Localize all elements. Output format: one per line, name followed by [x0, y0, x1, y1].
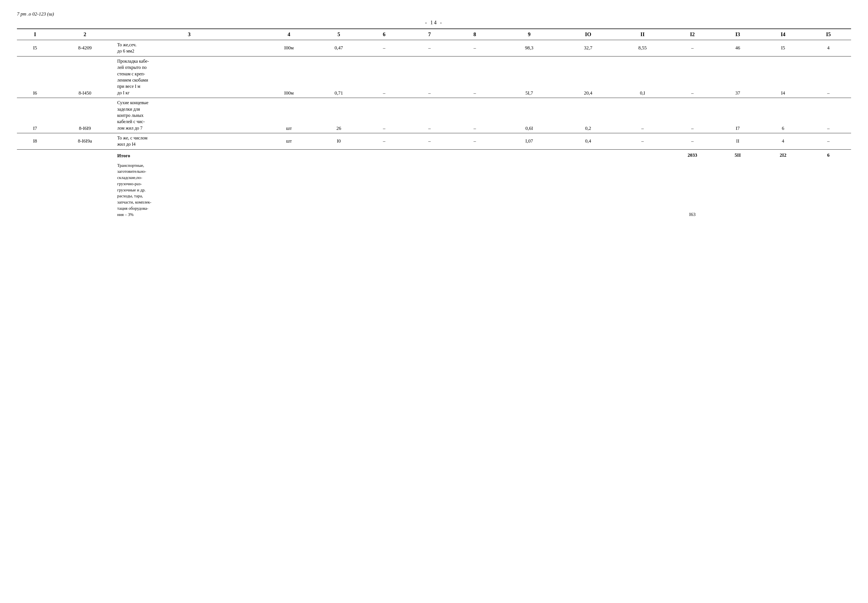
row-i5-col13: 46: [715, 40, 760, 56]
col-header-8: 8: [452, 29, 498, 40]
table-row: I5 8-4209 То же,сеч. до 6 мм2 I00м 0,47 …: [17, 40, 851, 56]
row-i8-col13: II: [715, 133, 760, 150]
row-i6-col9: 5I,7: [497, 56, 561, 98]
row-i8-col9: I,07: [497, 133, 561, 150]
col-header-13: I3: [715, 29, 760, 40]
table-row: I6 8-I450 Прокладка кабе- лей открыто по…: [17, 56, 851, 98]
row-i6-col8: –: [452, 56, 498, 98]
itogo-col12: 2033: [670, 149, 715, 161]
col-header-4: 4: [262, 29, 316, 40]
col-header-11: II: [615, 29, 670, 40]
row-i6-col15: –: [806, 56, 851, 98]
row-i7-col1: I7: [17, 98, 53, 133]
row-i5-col8: –: [452, 40, 498, 56]
row-i7-col12: –: [670, 98, 715, 133]
row-i5-col1: I5: [17, 40, 53, 56]
row-i6-col2: 8-I450: [53, 56, 117, 98]
row-i7-col11: –: [615, 98, 670, 133]
row-i5-col15: 4: [806, 40, 851, 56]
row-i5-col2: 8-4209: [53, 40, 117, 56]
row-i8-col10: 0,4: [561, 133, 615, 150]
row-i6-col6: –: [361, 56, 407, 98]
col-header-3: 3: [117, 29, 262, 40]
row-i7-col5: 26: [316, 98, 362, 133]
row-i8-col4: шт: [262, 133, 316, 150]
table-header-row: I 2 3 4 5 6 7 8 9 IO II I2 I3 I4 I5: [17, 29, 851, 40]
row-i6-col5: 0,71: [316, 56, 362, 98]
row-i5-col3: То же,сеч. до 6 мм2: [117, 40, 262, 56]
row-i5-col12: –: [670, 40, 715, 56]
row-i7-col10: 0,2: [561, 98, 615, 133]
table-row: I7 8-I6I9 Сухие концевые заделки для кон…: [17, 98, 851, 133]
row-i8-col8: –: [452, 133, 498, 150]
col-header-9: 9: [497, 29, 561, 40]
row-i6-col3: Прокладка кабе- лей открыто по стенам с …: [117, 56, 262, 98]
col-header-14: I4: [760, 29, 806, 40]
itogo-col15: 6: [806, 149, 851, 161]
row-i6-col14: I4: [760, 56, 806, 98]
row-i7-col15: –: [806, 98, 851, 133]
row-i7-col4: шт: [262, 98, 316, 133]
table-row: I8 8-I6I9a То же, с числом жил до I4 шт …: [17, 133, 851, 150]
row-i8-col11: –: [615, 133, 670, 150]
row-i8-col6: –: [361, 133, 407, 150]
col-header-10: IO: [561, 29, 615, 40]
row-i6-col11: 0,I: [615, 56, 670, 98]
col-header-2: 2: [53, 29, 117, 40]
transport-row: Транспортные, заготовительно- складские,…: [17, 161, 851, 220]
row-i6-col12: –: [670, 56, 715, 98]
row-i7-col2: 8-I6I9: [53, 98, 117, 133]
transport-label: Транспортные, заготовительно- складские,…: [117, 161, 262, 220]
row-i6-col7: –: [407, 56, 452, 98]
row-i7-col6: –: [361, 98, 407, 133]
col-header-1: I: [17, 29, 53, 40]
row-i6-col1: I6: [17, 56, 53, 98]
row-i5-col11: 8,55: [615, 40, 670, 56]
row-i5-col6: –: [361, 40, 407, 56]
row-i8-col2: 8-I6I9a: [53, 133, 117, 150]
col-header-5: 5: [316, 29, 362, 40]
itogo-label: Итого: [117, 149, 262, 161]
row-i5-col7: –: [407, 40, 452, 56]
page-header: 7 рт .о 02-123 (ш): [17, 11, 851, 17]
row-i7-col9: 0,6I: [497, 98, 561, 133]
row-i8-col7: –: [407, 133, 452, 150]
col-header-12: I2: [670, 29, 715, 40]
row-i6-col4: I00м: [262, 56, 316, 98]
row-i8-col1: I8: [17, 133, 53, 150]
row-i7-col14: 6: [760, 98, 806, 133]
row-i7-col3: Сухие концевые заделки для контро льных …: [117, 98, 262, 133]
row-i7-col8: –: [452, 98, 498, 133]
row-i6-col13: 37: [715, 56, 760, 98]
itogo-row: Итого 2033 5II 2I2 6: [17, 149, 851, 161]
row-i5-col14: I5: [760, 40, 806, 56]
row-i6-col10: 20,4: [561, 56, 615, 98]
header-label: 7 рт .о 02-123 (ш): [17, 11, 54, 17]
row-i7-col7: –: [407, 98, 452, 133]
row-i5-col4: I00м: [262, 40, 316, 56]
page-number: - 14 -: [17, 20, 851, 26]
row-i8-col15: –: [806, 133, 851, 150]
col-header-7: 7: [407, 29, 452, 40]
col-header-6: 6: [361, 29, 407, 40]
row-i8-col14: 4: [760, 133, 806, 150]
itogo-col14: 2I2: [760, 149, 806, 161]
row-i7-col13: I7: [715, 98, 760, 133]
col-header-15: I5: [806, 29, 851, 40]
row-i5-col9: 98,3: [497, 40, 561, 56]
transport-col12: I63: [670, 161, 715, 220]
itogo-col13: 5II: [715, 149, 760, 161]
row-i8-col5: I0: [316, 133, 362, 150]
row-i8-col12: –: [670, 133, 715, 150]
row-i8-col3: То же, с числом жил до I4: [117, 133, 262, 150]
row-i5-col10: 32,7: [561, 40, 615, 56]
row-i5-col5: 0,47: [316, 40, 362, 56]
